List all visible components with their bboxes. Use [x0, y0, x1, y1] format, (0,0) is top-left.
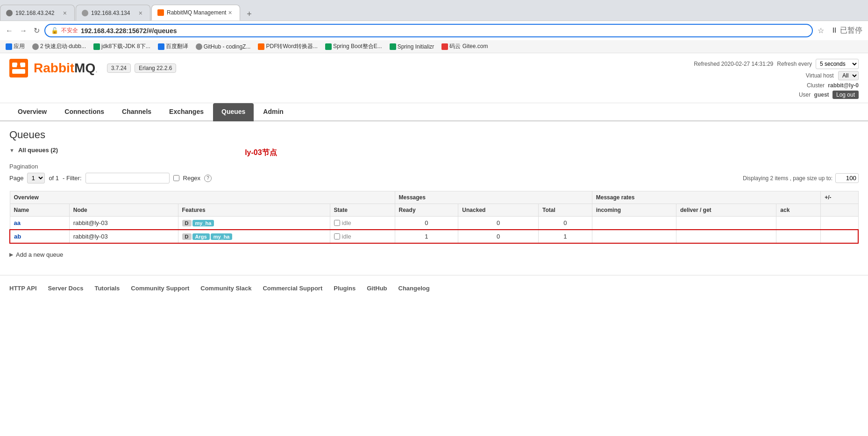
tab-3-title: RabbitMQ Management	[167, 9, 226, 16]
bookmark-spring-boot[interactable]: Spring Boot整合E...	[323, 42, 384, 51]
nav-admin[interactable]: Admin	[255, 103, 292, 121]
address-box[interactable]: 🔓 不安全 192.168.43.228:15672/#/queues	[44, 24, 813, 37]
queue-name-link[interactable]: ab	[14, 233, 21, 240]
refresh-interval-select[interactable]: 5 seconds 10 seconds 30 seconds	[816, 59, 859, 69]
section-arrow-icon: ▼	[9, 148, 14, 153]
cell-deliver-get	[676, 230, 776, 243]
pause-button[interactable]: ⏸ 已暂停	[829, 25, 864, 36]
tab-2[interactable]: 192.168.43.134 ×	[76, 5, 150, 21]
col-header-plus-minus[interactable]: +/-	[821, 191, 858, 204]
pdf-icon	[258, 43, 264, 50]
user-row: User guest Log out	[799, 91, 859, 99]
footer-link-community-support[interactable]: Community Support	[131, 285, 189, 292]
regex-help-icon[interactable]: ?	[204, 175, 212, 182]
cell-ack	[776, 217, 821, 230]
footer-link-http-api[interactable]: HTTP API	[9, 285, 37, 292]
rabbitmq-logo-icon	[9, 59, 28, 77]
bookmark-button[interactable]: ☆	[816, 25, 826, 36]
vhost-label: Virtual host	[806, 72, 834, 79]
back-button[interactable]: ←	[4, 26, 15, 36]
pagination-section: Pagination Page 1 of 1 - Filter: Regex ?…	[9, 163, 859, 183]
bookmark-github[interactable]: GitHub - codingZ...	[194, 42, 253, 51]
jdk-icon	[93, 43, 100, 50]
bookmark-jdk[interactable]: jdk8下载-JDK 8下...	[92, 42, 152, 51]
tab-1[interactable]: 192.168.43.242 ×	[0, 5, 75, 21]
cell-name[interactable]: ab	[10, 230, 69, 243]
page-select[interactable]: 1	[27, 173, 45, 183]
filter-input[interactable]	[85, 173, 170, 183]
footer-link-plugins[interactable]: Plugins	[334, 285, 356, 292]
cell-state: idle	[330, 217, 395, 230]
th-state: State	[330, 204, 395, 217]
cell-name[interactable]: aa	[10, 217, 69, 230]
bookmark-dubb[interactable]: 2 快速启动·dubb...	[30, 42, 88, 51]
all-queues-section-header[interactable]: ▼ All queues (2)	[9, 147, 58, 154]
footer-link-tutorials[interactable]: Tutorials	[94, 285, 120, 292]
feature-tag-args: Args	[192, 233, 210, 240]
bookmark-baidu[interactable]: 百度翻译	[156, 42, 190, 51]
cell-empty	[821, 230, 858, 243]
th-features: Features	[178, 204, 330, 217]
tab-3-close[interactable]: ×	[226, 8, 234, 17]
cell-total: 1	[539, 230, 592, 243]
th-unacked: Unacked	[458, 204, 539, 217]
svg-rect-2	[20, 63, 25, 67]
footer-link-community-slack[interactable]: Community Slack	[200, 285, 251, 292]
logout-button[interactable]: Log out	[832, 91, 859, 99]
reload-button[interactable]: ↻	[32, 25, 42, 36]
state-checkbox[interactable]	[334, 220, 340, 226]
add-queue-toggle[interactable]: ▶ Add a new queue	[9, 251, 859, 258]
tab-bar: 192.168.43.242 × 192.168.43.134 × Rabbit…	[0, 0, 868, 21]
footer-link-server-docs[interactable]: Server Docs	[48, 285, 84, 292]
svg-rect-3	[12, 69, 25, 74]
cluster-label: Cluster	[807, 82, 825, 89]
tab-2-close[interactable]: ×	[137, 8, 144, 18]
cell-ready: 1	[395, 230, 458, 243]
cell-ready: 0	[395, 217, 458, 230]
regex-checkbox[interactable]	[173, 175, 179, 181]
footer-link-changelog[interactable]: Changelog	[398, 285, 430, 292]
col-header-overview: Overview	[10, 191, 395, 204]
spring-boot-icon	[325, 43, 332, 50]
cell-total: 0	[539, 217, 592, 230]
refresh-row: Refreshed 2020-02-27 14:31:29 Refresh ev…	[694, 59, 859, 69]
page-label: Page	[9, 175, 23, 182]
table-row[interactable]: aarabbit@ly-03Dmy_haidle000	[10, 217, 858, 230]
queue-table: Overview Messages Message rates +/- Name…	[9, 191, 859, 244]
nav-channels[interactable]: Channels	[114, 103, 160, 121]
tab-1-favicon	[6, 10, 13, 16]
nav-connections[interactable]: Connections	[56, 103, 113, 121]
col-header-messages: Messages	[395, 191, 592, 204]
tab-1-close[interactable]: ×	[61, 8, 69, 18]
nav-overview[interactable]: Overview	[9, 103, 55, 121]
address-text[interactable]: 192.168.43.228:15672/#/queues	[81, 27, 177, 35]
pagination-controls: Page 1 of 1 - Filter: Regex ? Displaying…	[9, 173, 859, 183]
footer-link-github[interactable]: GitHub	[367, 285, 387, 292]
new-tab-button[interactable]: +	[243, 7, 256, 21]
nav-queues[interactable]: Queues	[213, 103, 254, 121]
footer-link-commercial-support[interactable]: Commercial Support	[263, 285, 322, 292]
add-queue-label: Add a new queue	[16, 251, 63, 258]
browser-chrome: 192.168.43.242 × 192.168.43.134 × Rabbit…	[0, 0, 868, 53]
annotation-text: ly-03节点	[245, 148, 277, 158]
forward-button[interactable]: →	[18, 26, 29, 36]
main-nav: Overview Connections Channels Exchanges …	[0, 103, 868, 121]
nav-exchanges[interactable]: Exchanges	[161, 103, 212, 121]
bookmark-pdf[interactable]: PDF转Word转换器...	[256, 42, 319, 51]
vhost-select[interactable]: All	[838, 71, 859, 80]
bookmarks-bar: 应用 2 快速启动·dubb... jdk8下载-JDK 8下... 百度翻译 …	[0, 40, 868, 53]
cell-features: DArgsmy_ha	[178, 230, 330, 243]
bookmark-gitee[interactable]: 码云 Gitee.com	[440, 42, 490, 51]
cell-state: idle	[330, 230, 395, 243]
state-checkbox[interactable]	[334, 233, 340, 239]
security-label: 不安全	[61, 27, 78, 35]
tab-3[interactable]: RabbitMQ Management ×	[151, 5, 240, 21]
table-row[interactable]: abrabbit@ly-03DArgsmy_haidle101	[10, 230, 858, 243]
bookmark-apps[interactable]: 应用	[4, 42, 27, 51]
svg-rect-1	[12, 63, 17, 67]
page-size-input[interactable]: 100	[835, 173, 859, 183]
queue-name-link[interactable]: aa	[14, 219, 21, 226]
bookmark-spring-init[interactable]: Spring Initializr	[388, 42, 436, 51]
th-empty	[821, 204, 858, 217]
erlang-badge: Erlang 22.2.6	[135, 63, 176, 73]
